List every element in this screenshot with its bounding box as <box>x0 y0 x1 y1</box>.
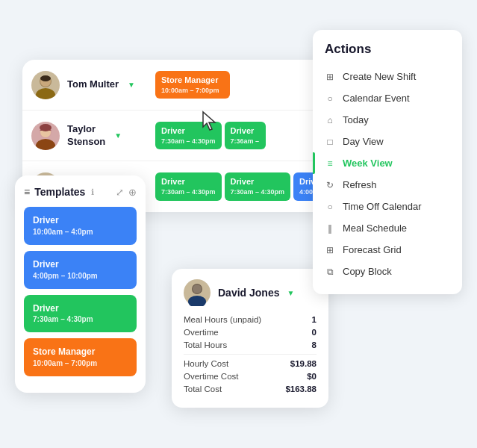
templates-controls: ⤢ ⊕ <box>116 187 137 198</box>
action-icon-forecast-grid: ⊞ <box>325 245 335 255</box>
action-icon-refresh: ↻ <box>325 180 335 190</box>
template-blue-2[interactable]: Driver 4:00pm – 10:00pm <box>24 251 137 289</box>
action-icon-day-view: □ <box>325 137 335 147</box>
templates-header: ≡ Templates ℹ ⤢ ⊕ <box>24 186 137 198</box>
employee-info-2: TaylorStenson ▼ <box>22 114 149 158</box>
list-icon: ≡ <box>24 186 30 198</box>
chevron-icon-1: ▼ <box>128 81 135 89</box>
schedule-row-1: Tom Multer ▼ Store Manager 10:00am – 7:0… <box>22 60 343 111</box>
actions-panel: Actions ⊞Create New Shift○Calendar Event… <box>313 30 462 294</box>
template-title-1: Driver <box>33 214 128 227</box>
action-icon-calendar-event: ○ <box>325 93 335 104</box>
action-item-calendar-event[interactable]: ○Calendar Event <box>313 87 462 109</box>
action-icon-week-view: ≡ <box>325 158 335 169</box>
action-label-day-view: Day View <box>343 136 384 147</box>
template-time-3: 7:30am – 4:30pm <box>33 314 128 325</box>
action-label-refresh: Refresh <box>343 179 377 190</box>
emp-name-2: TaylorStenson <box>67 123 105 149</box>
summary-val-5: $0 <box>307 372 317 381</box>
summary-row-2: Overtime 0 <box>184 328 317 337</box>
action-icon-meal-schedule: ‖ <box>325 223 335 234</box>
action-item-today[interactable]: ⌂Today <box>313 109 462 131</box>
action-item-week-view[interactable]: ≡Week View <box>313 152 462 174</box>
shift-block-4[interactable]: Driver 7:30am – 4:30pm <box>155 172 222 201</box>
action-item-forecast-grid[interactable]: ⊞Forecast Grid <box>313 239 462 261</box>
settings-icon[interactable]: ⊕ <box>128 187 137 198</box>
summary-card: David Jones ▼ Meal Hours (unpaid) 1 Over… <box>172 269 328 408</box>
emp-name-1: Tom Multer <box>67 78 119 91</box>
template-orange-1[interactable]: Store Manager 10:00am – 7:00pm <box>24 338 137 376</box>
template-title-2: Driver <box>33 258 128 271</box>
shift-block-3[interactable]: Driver 7:36am – <box>225 122 266 150</box>
templates-card: ≡ Templates ℹ ⤢ ⊕ Driver 10:00am – 4:0pm… <box>15 175 146 393</box>
templates-title-row: ≡ Templates ℹ <box>24 186 94 198</box>
svg-point-15 <box>193 284 202 293</box>
summary-val-2: 0 <box>312 328 317 337</box>
svg-point-4 <box>40 75 51 81</box>
summary-row-1: Meal Hours (unpaid) 1 <box>184 315 317 324</box>
action-item-meal-schedule[interactable]: ‖Meal Schedule <box>313 217 462 239</box>
summary-label-3: Total Hours <box>184 340 227 349</box>
action-label-calendar-event: Calendar Event <box>343 93 410 104</box>
action-label-today: Today <box>343 114 369 125</box>
svg-point-14 <box>188 296 206 306</box>
info-icon: ℹ <box>91 187 94 197</box>
summary-divider <box>184 354 317 355</box>
template-blue-1[interactable]: Driver 10:00am – 4:0pm <box>24 207 137 245</box>
shift-block-5[interactable]: Driver 7:30am – 4:30pm <box>225 172 291 201</box>
chevron-icon-2: ▼ <box>114 131 122 140</box>
summary-label-2: Overtime <box>184 328 219 337</box>
svg-point-1 <box>36 88 55 99</box>
summary-chevron-icon: ▼ <box>287 289 294 297</box>
summary-val-3: 8 <box>312 340 317 349</box>
summary-avatar <box>184 279 211 306</box>
summary-label-1: Meal Hours (unpaid) <box>184 315 261 324</box>
action-icon-today: ⌂ <box>325 115 335 125</box>
avatar-1 <box>31 71 60 99</box>
action-label-time-off: Time Off Calendar <box>343 201 422 212</box>
action-item-copy-block[interactable]: ⧉Copy Block <box>313 261 462 282</box>
action-icon-create-shift: ⊞ <box>325 72 335 82</box>
action-icon-copy-block: ⧉ <box>325 267 335 277</box>
action-item-create-shift[interactable]: ⊞Create New Shift <box>313 66 462 87</box>
shift-block-1[interactable]: Store Manager 10:00am – 7:00pm <box>155 71 230 99</box>
summary-label-5: Overtime Cost <box>184 372 239 381</box>
summary-val-6: $163.88 <box>285 385 317 393</box>
action-label-create-shift: Create New Shift <box>343 71 416 82</box>
schedule-row-2: TaylorStenson ▼ Driver 7:30am – 4:30pm D… <box>22 111 343 161</box>
action-item-refresh[interactable]: ↻Refresh <box>313 174 462 196</box>
employee-info-1: Tom Multer ▼ <box>22 63 149 107</box>
action-item-time-off[interactable]: ○Time Off Calendar <box>313 196 462 217</box>
summary-name: David Jones <box>218 286 279 299</box>
action-item-day-view[interactable]: □Day View <box>313 131 462 152</box>
svg-point-6 <box>36 139 55 150</box>
summary-header: David Jones ▼ <box>184 279 317 306</box>
expand-icon[interactable]: ⤢ <box>116 187 124 198</box>
action-label-meal-schedule: Meal Schedule <box>343 223 407 234</box>
summary-row-5: Overtime Cost $0 <box>184 372 317 381</box>
template-time-2: 4:00pm – 10:00pm <box>33 271 128 281</box>
action-label-forecast-grid: Forecast Grid <box>343 244 402 255</box>
summary-val-1: 1 <box>312 315 317 324</box>
summary-row-6: Total Cost $163.88 <box>184 385 317 393</box>
template-title-3: Driver <box>33 302 128 315</box>
templates-title: Templates <box>34 186 85 198</box>
summary-label-4: Hourly Cost <box>184 359 228 368</box>
summary-row-4: Hourly Cost $19.88 <box>184 359 317 368</box>
summary-val-4: $19.88 <box>290 359 317 368</box>
shift-block-2[interactable]: Driver 7:30am – 4:30pm <box>155 122 222 150</box>
template-time-4: 10:00am – 7:00pm <box>33 358 128 369</box>
actions-title: Actions <box>313 42 462 66</box>
avatar-2 <box>31 122 60 150</box>
summary-row-3: Total Hours 8 <box>184 340 317 349</box>
action-label-copy-block: Copy Block <box>343 266 392 277</box>
template-green-1[interactable]: Driver 7:30am – 4:30pm <box>24 295 137 333</box>
action-label-week-view: Week View <box>343 158 393 169</box>
template-title-4: Store Manager <box>33 346 128 358</box>
action-icon-time-off: ○ <box>325 202 335 212</box>
summary-label-6: Total Cost <box>184 385 222 393</box>
template-time-1: 10:00am – 4:0pm <box>33 227 128 237</box>
